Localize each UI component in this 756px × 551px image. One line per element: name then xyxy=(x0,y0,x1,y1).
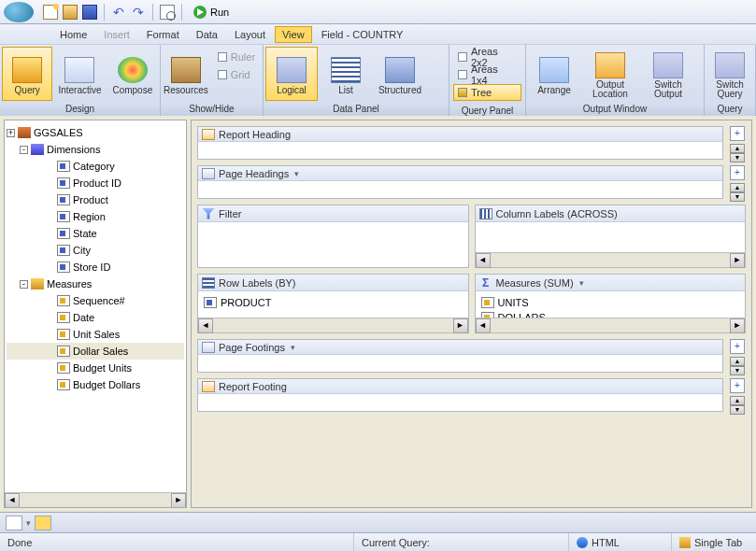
field-tree[interactable]: +GGSALES -Dimensions CategoryProduct IDP… xyxy=(5,120,186,397)
switch-query-button[interactable]: Switch Query xyxy=(706,47,753,101)
menu-field-label: Field - COUNTRY xyxy=(314,26,411,43)
menu-layout[interactable]: Layout xyxy=(227,26,273,43)
field-icon xyxy=(57,194,70,205)
query-button[interactable]: Query xyxy=(2,47,52,101)
query-design-area: Report Heading +▲▼ Page Headings▾ +▲▼ Fi… xyxy=(191,120,752,508)
grid-toggle[interactable]: Grid xyxy=(213,66,260,83)
run-label: Run xyxy=(210,7,229,18)
spin-down[interactable]: ▼ xyxy=(730,153,745,162)
field-icon xyxy=(204,297,217,308)
menu-data[interactable]: Data xyxy=(189,26,225,43)
undo-button[interactable]: ↶ xyxy=(110,4,127,21)
spin-up[interactable]: ▲ xyxy=(730,144,745,153)
add-page-heading[interactable]: + xyxy=(730,165,745,180)
run-button[interactable]: Run xyxy=(188,4,235,21)
chevron-down-icon[interactable]: ▾ xyxy=(26,518,31,528)
column-labels-scrollbar[interactable]: ◄► xyxy=(476,252,746,267)
ribbon-group-query: Switch Query Query xyxy=(705,45,756,115)
tree-dimension-item[interactable]: Product ID xyxy=(7,175,184,191)
open-button[interactable] xyxy=(62,4,78,21)
report-heading-panel[interactable]: Report Heading xyxy=(197,126,723,160)
compose-icon xyxy=(118,57,148,83)
measure-field-units[interactable]: UNITS xyxy=(481,295,740,310)
column-labels-panel[interactable]: Column Labels (ACROSS) ◄► xyxy=(475,205,747,268)
arrange-button[interactable]: Arrange xyxy=(528,47,580,101)
measures-panel[interactable]: ΣMeasures (SUM)▾ UNITS DOLLARS ◄► xyxy=(475,274,747,333)
tree-measure-item[interactable]: Budget Dollars xyxy=(7,376,184,393)
structured-button[interactable]: Structured xyxy=(374,47,426,101)
output-location-icon xyxy=(595,52,625,78)
tab-active[interactable] xyxy=(35,516,51,530)
switch-output-icon xyxy=(653,52,683,78)
list-button[interactable]: List xyxy=(320,47,372,101)
tree-measure-item[interactable]: Sequence# xyxy=(7,292,184,309)
tree-measure-item[interactable]: Dollar Sales xyxy=(7,343,184,360)
add-report-footing[interactable]: + xyxy=(730,378,745,393)
ribbon-label-datapanel: Data Panel xyxy=(264,103,449,116)
resources-button[interactable]: Resources xyxy=(163,47,209,101)
tab-design[interactable] xyxy=(6,516,22,530)
compose-button[interactable]: Compose xyxy=(107,47,158,101)
interactive-button[interactable]: Interactive xyxy=(54,47,105,101)
interactive-icon xyxy=(64,57,94,83)
tree-scrollbar[interactable]: ◄► xyxy=(5,492,186,507)
tree-dimensions[interactable]: -Dimensions xyxy=(7,141,184,158)
row-labels-scrollbar[interactable]: ◄► xyxy=(198,318,468,332)
chevron-down-icon[interactable]: ▾ xyxy=(579,278,584,288)
tree-toggle[interactable]: Tree xyxy=(453,84,521,101)
row-labels-panel[interactable]: Row Labels (BY) PRODUCT ◄► xyxy=(197,274,469,333)
field-icon xyxy=(57,245,70,256)
save-button[interactable] xyxy=(81,4,98,21)
app-icon xyxy=(4,2,34,22)
status-bar: Done Current Query: HTML Single Tab xyxy=(0,532,756,551)
page-headings-icon xyxy=(202,168,215,179)
report-footing-icon xyxy=(202,381,215,392)
tree-dimension-item[interactable]: Region xyxy=(7,208,184,225)
add-report-heading[interactable]: + xyxy=(730,126,745,141)
tree-measure-item[interactable]: Date xyxy=(7,309,184,326)
measure-field-dollars[interactable]: DOLLARS xyxy=(481,310,740,318)
ribbon-group-datapanel: Logical List Structured Data Panel xyxy=(264,45,449,115)
database-icon xyxy=(18,127,31,138)
filter-panel[interactable]: Filter xyxy=(197,205,469,268)
tree-measure-item[interactable]: Budget Units xyxy=(7,360,184,376)
ribbon-label-query: Query xyxy=(705,103,755,116)
menu-format[interactable]: Format xyxy=(139,26,187,43)
arrange-icon xyxy=(539,57,569,83)
field-icon xyxy=(57,211,70,222)
tree-measure-item[interactable]: Unit Sales xyxy=(7,326,184,343)
chevron-down-icon[interactable]: ▾ xyxy=(291,343,295,352)
switch-output-button[interactable]: Switch Output xyxy=(640,47,696,101)
redo-button[interactable]: ↷ xyxy=(130,4,147,21)
ribbon-label-design: Design xyxy=(0,103,160,116)
new-button[interactable] xyxy=(42,4,59,21)
row-field-product[interactable]: PRODUCT xyxy=(204,295,463,310)
column-labels-icon xyxy=(479,208,492,219)
menu-view[interactable]: View xyxy=(275,26,312,43)
resources-icon xyxy=(171,57,201,83)
preview-button[interactable] xyxy=(159,4,176,21)
ruler-toggle[interactable]: Ruler xyxy=(213,49,260,65)
ribbon-label-showhide: Show/Hide xyxy=(161,103,263,116)
measure-field-icon xyxy=(57,295,70,306)
menu-home[interactable]: Home xyxy=(52,26,94,43)
chevron-down-icon[interactable]: ▾ xyxy=(294,169,299,178)
tree-dimension-item[interactable]: State xyxy=(7,225,184,242)
report-footing-panel[interactable]: Report Footing xyxy=(197,378,723,412)
field-icon xyxy=(57,161,70,172)
logical-button[interactable]: Logical xyxy=(265,47,318,101)
menu-insert[interactable]: Insert xyxy=(96,26,137,43)
tree-root[interactable]: +GGSALES xyxy=(7,124,184,141)
tree-dimension-item[interactable]: Category xyxy=(7,158,184,175)
tree-measures[interactable]: -Measures xyxy=(7,276,184,292)
tree-dimension-item[interactable]: Product xyxy=(7,191,184,208)
measures-scrollbar[interactable]: ◄► xyxy=(476,318,746,332)
measure-field-icon xyxy=(481,297,494,308)
tree-dimension-item[interactable]: City xyxy=(7,242,184,259)
tree-dimension-item[interactable]: Store ID xyxy=(7,259,184,276)
page-headings-panel[interactable]: Page Headings▾ xyxy=(197,165,723,199)
areas1x4-toggle[interactable]: Areas 1x4 xyxy=(453,66,521,83)
output-location-button[interactable]: Output Location xyxy=(582,47,638,101)
add-page-footing[interactable]: + xyxy=(730,339,745,354)
page-footings-panel[interactable]: Page Footings▾ xyxy=(197,339,723,373)
